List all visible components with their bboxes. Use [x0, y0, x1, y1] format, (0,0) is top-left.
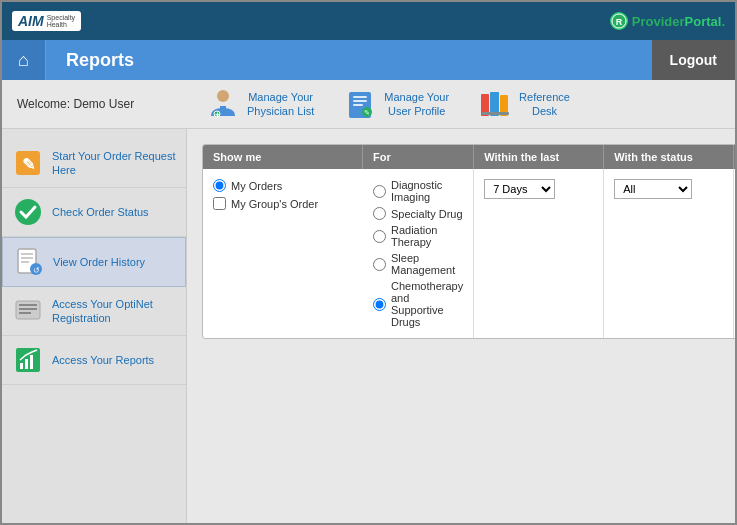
for-options: Diagnostic Imaging Specialty Drug Radiat…	[373, 179, 463, 328]
sleep-option[interactable]: Sleep Management	[373, 252, 463, 276]
chemo-label: Chemotherapy and Supportive Drugs	[391, 280, 463, 328]
svg-rect-8	[353, 100, 367, 102]
home-button[interactable]: ⌂	[2, 40, 46, 80]
svg-rect-3	[220, 106, 226, 110]
svg-rect-7	[353, 96, 367, 98]
sidebar-opti-label: Access Your OptiNetRegistration	[52, 297, 153, 326]
header-show-me: Show me	[203, 145, 363, 169]
provider-portal-accent: Provider	[632, 14, 685, 29]
svg-rect-26	[19, 304, 37, 306]
view-history-icon: ↺	[13, 246, 45, 278]
main-content: Welcome: Demo User ✚ Manage YourPhysicia…	[2, 80, 735, 523]
svg-text:✚: ✚	[215, 112, 220, 118]
for-column: Diagnostic Imaging Specialty Drug Radiat…	[363, 169, 474, 338]
table-header: Show me For Within the last With the sta…	[203, 145, 735, 169]
sleep-radio[interactable]	[373, 258, 386, 271]
body-area: ✎ Start Your Order RequestHere Check Ord…	[2, 129, 735, 523]
svg-text:✎: ✎	[364, 109, 370, 116]
provider-portal-dot: .	[721, 14, 725, 29]
header-for: For	[363, 145, 474, 169]
sidebar-item-reports[interactable]: Access Your Reports	[2, 336, 186, 385]
svg-rect-22	[21, 261, 29, 263]
table-body: My Orders My Group's Order	[203, 169, 735, 338]
radiation-label: Radiation Therapy	[391, 224, 463, 248]
provider-portal-icon: R	[610, 12, 628, 30]
sleep-label: Sleep Management	[391, 252, 463, 276]
specialty-option[interactable]: Specialty Drug	[373, 207, 463, 220]
header-status: With the status	[604, 145, 734, 169]
profile-icon: ✎	[344, 88, 376, 120]
logout-button[interactable]: Logout	[652, 40, 735, 80]
sidebar-start-order-label: Start Your Order RequestHere	[52, 149, 176, 178]
logo-area: AIM Specialty Health	[12, 11, 81, 31]
shortcut-physician[interactable]: ✚ Manage YourPhysician List	[207, 88, 314, 120]
svg-text:✎: ✎	[22, 156, 35, 173]
svg-rect-9	[353, 104, 363, 106]
svg-rect-21	[21, 257, 33, 259]
svg-rect-31	[25, 359, 28, 369]
reference-icon	[479, 88, 511, 120]
sidebar-item-start-order[interactable]: ✎ Start Your Order RequestHere	[2, 139, 186, 188]
my-orders-radio[interactable]	[213, 179, 226, 192]
top-bar: AIM Specialty Health R ProviderPortal.	[2, 2, 735, 40]
chemo-radio[interactable]	[373, 298, 386, 311]
svg-rect-20	[21, 253, 33, 255]
sidebar-check-order-label: Check Order Status	[52, 205, 149, 219]
shortcut-profile[interactable]: ✎ Manage YourUser Profile	[344, 88, 449, 120]
svg-rect-30	[20, 363, 23, 369]
status-select[interactable]: All Approved Denied Pending	[614, 179, 692, 199]
logo-box: AIM Specialty Health	[12, 11, 81, 31]
radiation-option[interactable]: Radiation Therapy	[373, 224, 463, 248]
home-icon: ⌂	[18, 50, 29, 71]
diagnostic-radio[interactable]	[373, 185, 386, 198]
within-column: 7 Days 14 Days 30 Days 60 Days 90 Days	[474, 169, 604, 338]
access-reports-icon	[12, 344, 44, 376]
group-order-option[interactable]: My Group's Order	[213, 197, 353, 210]
check-order-icon	[12, 196, 44, 228]
logo-aim: AIM	[18, 13, 44, 29]
start-order-icon: ✎	[12, 147, 44, 179]
nav-left: ⌂ Reports	[2, 40, 154, 80]
provider-portal: R ProviderPortal.	[610, 12, 725, 30]
my-orders-label: My Orders	[231, 180, 282, 192]
svg-rect-27	[19, 308, 37, 310]
physician-label: Manage YourPhysician List	[247, 90, 314, 119]
svg-text:R: R	[616, 17, 623, 27]
svg-point-18	[15, 199, 41, 225]
header-action	[734, 145, 735, 169]
sidebar-view-history-label: View Order History	[53, 255, 145, 269]
welcome-bar: Welcome: Demo User ✚ Manage YourPhysicia…	[2, 80, 735, 129]
svg-rect-32	[30, 355, 33, 369]
sidebar-item-opti[interactable]: Access Your OptiNetRegistration	[2, 287, 186, 336]
within-select[interactable]: 7 Days 14 Days 30 Days 60 Days 90 Days	[484, 179, 555, 199]
provider-portal-text: ProviderPortal.	[632, 14, 725, 29]
physician-icon: ✚	[207, 88, 239, 120]
go-column: Go	[734, 169, 735, 338]
sidebar-item-check-order[interactable]: Check Order Status	[2, 188, 186, 237]
welcome-text: Welcome: Demo User	[17, 97, 147, 111]
logo-specialty: Specialty	[47, 14, 75, 21]
group-order-checkbox[interactable]	[213, 197, 226, 210]
svg-rect-15	[482, 112, 509, 115]
my-orders-option[interactable]: My Orders	[213, 179, 353, 192]
chemo-option[interactable]: Chemotherapy and Supportive Drugs	[373, 280, 463, 328]
logo-health: Health	[47, 21, 75, 28]
main-panel: Show me For Within the last With the sta…	[187, 129, 735, 523]
radiation-radio[interactable]	[373, 230, 386, 243]
sidebar-item-view-history[interactable]: ↺ View Order History	[2, 237, 186, 287]
diagnostic-label: Diagnostic Imaging	[391, 179, 463, 203]
shortcuts: ✚ Manage YourPhysician List	[207, 88, 570, 120]
reference-label: ReferenceDesk	[519, 90, 570, 119]
specialty-radio[interactable]	[373, 207, 386, 220]
header-within: Within the last	[474, 145, 604, 169]
shortcut-reference[interactable]: ReferenceDesk	[479, 88, 570, 120]
diagnostic-option[interactable]: Diagnostic Imaging	[373, 179, 463, 203]
nav-title: Reports	[46, 50, 154, 71]
sidebar-reports-label: Access Your Reports	[52, 353, 154, 367]
report-table: Show me For Within the last With the sta…	[202, 144, 735, 339]
specialty-label: Specialty Drug	[391, 208, 463, 220]
profile-label: Manage YourUser Profile	[384, 90, 449, 119]
group-order-label: My Group's Order	[231, 198, 318, 210]
sidebar: ✎ Start Your Order RequestHere Check Ord…	[2, 129, 187, 523]
opti-icon	[12, 295, 44, 327]
